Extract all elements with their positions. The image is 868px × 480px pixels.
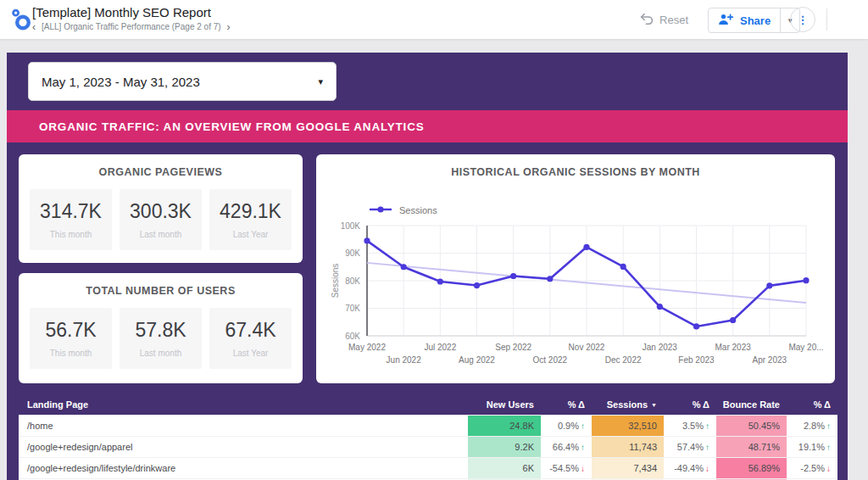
landing-page-cell: /google+redesign/apparel <box>19 442 468 452</box>
legend-label: Sessions <box>399 205 437 215</box>
more-options-button[interactable]: ⋮ <box>790 7 815 32</box>
landing-page-cell: /google+redesign/lifestyle/drinkware <box>19 463 468 473</box>
date-range-picker[interactable]: May 1, 2023 - May 31, 2023 ▾ <box>28 62 337 101</box>
delta-cell: 57.4%↑ <box>664 437 716 457</box>
sort-desc-icon: ▼ <box>651 402 657 408</box>
share-button[interactable]: Share <box>709 8 780 32</box>
svg-text:Sep 2022: Sep 2022 <box>495 343 531 352</box>
stat-value: 314.7K <box>40 200 102 223</box>
arrow-icon: ↑ <box>826 443 831 452</box>
sessions-line-chart[interactable]: 60K70K80K90K100KMay 2022Jun 2022Jul 2022… <box>330 220 835 373</box>
person-add-icon <box>718 14 733 28</box>
stat-label: Last Year <box>233 349 269 358</box>
looker-studio-logo-icon[interactable] <box>11 8 33 35</box>
breadcrumb: ‹ [ALL] Organic Traffic Performance (Pag… <box>32 22 231 31</box>
bounce-rate-cell: 48.71% <box>716 437 787 457</box>
delta-cell: 0.9%↑ <box>541 416 592 436</box>
new-users-cell: 24.8K <box>468 416 541 436</box>
svg-text:Dec 2022: Dec 2022 <box>605 355 642 365</box>
share-split-button: Share ▼ <box>708 8 800 33</box>
stat-value: 57.8K <box>135 319 186 342</box>
total-users-card: TOTAL NUMBER OF USERS 56.7K This month 5… <box>19 273 303 383</box>
dropdown-caret-icon: ▾ <box>318 76 323 87</box>
svg-text:80K: 80K <box>345 276 360 286</box>
bounce-rate-cell: 56.89% <box>716 458 787 478</box>
svg-text:May 2022: May 2022 <box>348 343 386 352</box>
new-users-cell: 6K <box>468 458 541 478</box>
stat-value: 300.3K <box>130 200 192 223</box>
share-label: Share <box>740 14 771 27</box>
svg-text:70K: 70K <box>345 304 360 313</box>
col-header-new-users[interactable]: New Users <box>468 394 541 415</box>
reset-button[interactable]: Reset <box>640 13 688 27</box>
report-canvas: May 1, 2023 - May 31, 2023 ▾ ORGANIC TRA… <box>7 53 848 480</box>
svg-text:Oct 2022: Oct 2022 <box>533 355 568 365</box>
svg-text:Jan 2023: Jan 2023 <box>643 343 678 352</box>
col-header-sessions[interactable]: Sessions▼ <box>592 394 664 415</box>
stat-label: This month <box>50 230 92 239</box>
card-title: ORGANIC PAGEVIEWS <box>19 154 303 178</box>
svg-text:Jun 2022: Jun 2022 <box>387 355 422 365</box>
organic-pageviews-card: ORGANIC PAGEVIEWS 314.7K This month 300.… <box>19 154 303 263</box>
chart-title: HISTORICAL ORGANIC SESSIONS BY MONTH <box>316 154 835 178</box>
stat-tile: 429.1K Last Year <box>209 189 292 250</box>
stat-value: 56.7K <box>45 319 96 342</box>
top-bar: [Template] Monthly SEO Report ‹ [ALL] Or… <box>0 0 868 39</box>
delta-cell: 19.1%↑ <box>787 437 837 457</box>
next-page-icon[interactable]: › <box>227 23 231 31</box>
col-header-delta3[interactable]: % Δ <box>787 394 837 415</box>
delta-cell: -49.4%↓ <box>664 458 716 478</box>
sessions-chart-card: HISTORICAL ORGANIC SESSIONS BY MONTH Ses… <box>316 154 835 383</box>
table-row[interactable]: /google+redesign/lifestyle/drinkware 6K … <box>19 457 837 478</box>
stat-value: 429.1K <box>220 200 281 223</box>
delta-cell: 2.8%↑ <box>787 416 837 436</box>
delta-cell: -54.5%↓ <box>541 458 592 478</box>
looker-studio-report: [Template] Monthly SEO Report ‹ [ALL] Or… <box>0 0 868 480</box>
vertical-dots-icon: ⋮ <box>798 18 809 22</box>
chart-legend: Sessions <box>369 205 437 215</box>
arrow-icon: ↑ <box>705 421 709 431</box>
stat-label: Last month <box>140 349 181 358</box>
date-range-value: May 1, 2023 - May 31, 2023 <box>42 75 200 89</box>
arrow-icon: ↑ <box>581 421 585 431</box>
table-row[interactable]: /google+redesign/apparel 9.2K 66.4%↑ 11,… <box>19 436 837 457</box>
section-banner: ORGANIC TRAFFIC: AN OVERVIEW FROM GOOGLE… <box>7 110 848 142</box>
breadcrumb-label: [ALL] Organic Traffic Performance (Page … <box>42 22 221 31</box>
arrow-icon: ↑ <box>826 421 831 431</box>
col-header-bounce-rate[interactable]: Bounce Rate <box>716 394 787 415</box>
stat-label: Last Year <box>233 230 269 239</box>
stat-tile: 67.4K Last Year <box>209 308 292 369</box>
arrow-icon: ↓ <box>705 464 709 473</box>
line-series-icon <box>369 205 392 215</box>
sessions-cell: 11,743 <box>592 437 664 457</box>
svg-text:Feb 2023: Feb 2023 <box>678 355 715 365</box>
prev-page-icon[interactable]: ‹ <box>32 23 36 31</box>
svg-text:90K: 90K <box>345 248 360 258</box>
col-header-landing-page[interactable]: Landing Page <box>19 399 468 410</box>
svg-text:60K: 60K <box>345 332 360 341</box>
svg-text:Mar 2023: Mar 2023 <box>715 343 752 352</box>
undo-icon <box>640 13 654 27</box>
svg-text:100K: 100K <box>341 221 361 231</box>
svg-text:Jul 2022: Jul 2022 <box>424 343 456 352</box>
stat-tile: 300.3K Last month <box>120 189 202 250</box>
svg-text:Nov 2022: Nov 2022 <box>569 343 605 352</box>
reset-label: Reset <box>659 14 688 26</box>
arrow-icon: ↓ <box>826 464 831 473</box>
table-row[interactable]: /home 24.8K 0.9%↑ 32,510 3.5%↑ 50.45% 2.… <box>19 415 837 436</box>
bounce-rate-cell: 50.45% <box>716 416 787 436</box>
stat-label: Last month <box>140 230 181 239</box>
sessions-cell: 7,434 <box>592 458 664 478</box>
arrow-icon: ↑ <box>581 443 585 452</box>
landing-page-table: Landing Page New Users % Δ Sessions▼ % Δ… <box>19 394 837 480</box>
col-header-delta1[interactable]: % Δ <box>541 394 592 415</box>
landing-page-cell: /home <box>19 421 468 431</box>
card-title: TOTAL NUMBER OF USERS <box>19 273 303 297</box>
svg-text:Aug 2022: Aug 2022 <box>459 355 495 365</box>
arrow-icon: ↓ <box>581 464 585 473</box>
delta-cell: 3.5%↑ <box>664 416 716 436</box>
new-users-cell: 9.2K <box>468 437 541 457</box>
stat-label: This month <box>50 349 92 358</box>
stat-tile: 56.7K This month <box>30 308 112 369</box>
col-header-delta2[interactable]: % Δ <box>664 394 716 415</box>
